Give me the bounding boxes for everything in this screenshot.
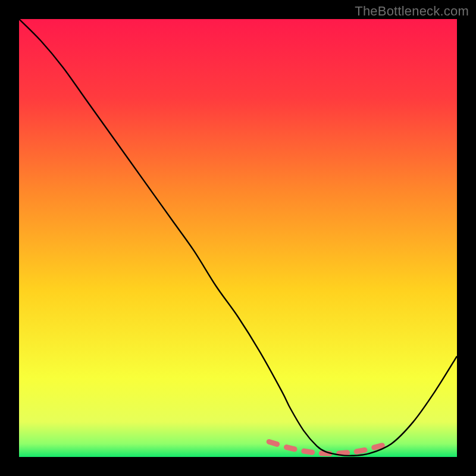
bottleneck-chart	[19, 19, 457, 457]
highlight-dash	[356, 450, 365, 452]
plot-area	[19, 19, 457, 457]
highlight-dash	[374, 446, 383, 447]
highlight-dash	[304, 451, 312, 452]
highlight-dash	[287, 447, 295, 449]
highlight-dash	[269, 441, 277, 444]
gradient-background	[19, 19, 457, 457]
chart-frame: TheBottleneck.com	[0, 0, 476, 476]
highlight-dash	[339, 453, 347, 453]
watermark-text: TheBottleneck.com	[355, 4, 469, 19]
